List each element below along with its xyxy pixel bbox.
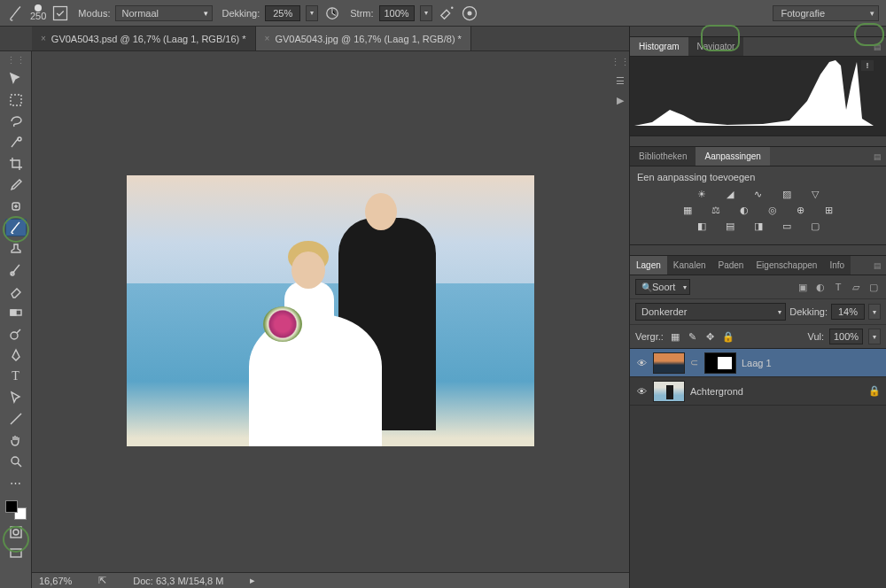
type-tool[interactable]: T — [5, 368, 27, 385]
tab-channels[interactable]: Kanalen — [667, 256, 712, 275]
shape-filter-icon[interactable]: ▱ — [849, 280, 863, 294]
tab-jpg[interactable]: × GV0A5043.jpg @ 16,7% (Laag 1, RGB/8) * — [256, 27, 471, 50]
dodge-tool[interactable] — [5, 325, 27, 343]
fill-dropdown[interactable]: ▾ — [868, 329, 881, 344]
gradient-tool[interactable] — [5, 304, 27, 321]
brush-size-picker[interactable]: 250 — [30, 4, 46, 21]
tab-histogram[interactable]: Histogram — [630, 37, 688, 56]
tab-layers[interactable]: Lagen — [630, 256, 667, 275]
colorbalance-icon[interactable]: ⚖ — [708, 204, 724, 216]
mask-thumb[interactable] — [704, 352, 736, 374]
colorlookup-icon[interactable]: ⊞ — [821, 204, 837, 216]
pressure-size-icon[interactable] — [461, 4, 478, 22]
type-filter-icon[interactable]: T — [831, 280, 845, 294]
channelmixer-icon[interactable]: ⊕ — [793, 204, 809, 216]
blend-mode-select[interactable]: Normaal — [115, 5, 213, 21]
history-brush-tool[interactable] — [5, 261, 27, 279]
opacity-input[interactable]: 25% — [265, 5, 300, 21]
brush-presets-icon[interactable] — [7, 4, 25, 22]
kind-filter[interactable]: 🔍 Soort — [635, 279, 690, 295]
eyedropper-tool[interactable] — [5, 176, 27, 194]
airbrush-icon[interactable] — [438, 4, 455, 22]
lasso-tool[interactable] — [5, 112, 27, 130]
workspace-select[interactable]: Fotografie — [773, 5, 879, 21]
doc-info-dropdown[interactable]: ▸ — [250, 575, 255, 586]
dock-handle[interactable]: ⋮⋮ — [615, 57, 626, 68]
visibility-icon[interactable]: 👁 — [635, 358, 648, 368]
screenmode-tool[interactable] — [5, 545, 27, 562]
lock-position-icon[interactable]: ✥ — [704, 330, 717, 343]
move-tool[interactable] — [5, 70, 27, 88]
visibility-icon[interactable]: 👁 — [635, 386, 648, 397]
layer-opacity-input[interactable]: 14% — [831, 304, 865, 320]
toolbox-handle[interactable]: ⋮⋮ — [11, 55, 21, 66]
doc-info[interactable]: Doc: 63,3 M/154,8 M — [133, 576, 223, 586]
pixel-filter-icon[interactable]: ▣ — [796, 280, 810, 294]
hue-icon[interactable]: ▦ — [680, 204, 696, 216]
selectivecolor-icon[interactable]: ▢ — [807, 220, 823, 232]
layer-name[interactable]: Laag 1 — [742, 358, 772, 368]
share-icon[interactable]: ⇱ — [98, 575, 106, 586]
marquee-tool[interactable] — [5, 91, 27, 109]
layer-thumb[interactable] — [653, 352, 685, 374]
brush-tool[interactable] — [5, 219, 27, 236]
invert-icon[interactable]: ◧ — [694, 220, 710, 232]
exposure-icon[interactable]: ▨ — [779, 188, 795, 200]
smart-filter-icon[interactable]: ▢ — [867, 280, 881, 294]
tab-navigator[interactable]: Navigator — [688, 37, 744, 56]
history-panel-icon[interactable]: ☰ — [613, 74, 627, 88]
bw-icon[interactable]: ◐ — [736, 204, 752, 216]
layer-thumb[interactable] — [653, 381, 685, 402]
crop-tool[interactable] — [5, 155, 27, 173]
layer-row[interactable]: 👁 ⊂ Laag 1 — [630, 349, 886, 377]
close-icon[interactable]: × — [41, 34, 46, 43]
healing-tool[interactable] — [5, 197, 27, 215]
lock-all-icon[interactable]: 🔒 — [722, 330, 734, 343]
adjust-filter-icon[interactable]: ◐ — [813, 280, 828, 294]
fill-input[interactable]: 100% — [829, 329, 863, 344]
opacity-dropdown[interactable]: ▾ — [868, 304, 881, 320]
foreground-color[interactable] — [5, 500, 18, 513]
tab-adjustments[interactable]: Aanpassingen — [696, 147, 769, 166]
flow-dropdown[interactable]: ▾ — [420, 5, 432, 21]
layer-name[interactable]: Achtergrond — [690, 386, 743, 397]
edit-toolbar[interactable]: ⋯ — [5, 474, 27, 491]
actions-panel-icon[interactable]: ▶ — [613, 93, 627, 107]
hand-tool[interactable] — [5, 431, 27, 449]
posterize-icon[interactable]: ▤ — [722, 220, 738, 232]
quickmask-tool[interactable] — [5, 523, 27, 541]
close-icon[interactable]: × — [265, 34, 270, 43]
color-swatch[interactable] — [5, 500, 27, 520]
panel-menu-icon[interactable]: ▤ — [868, 37, 886, 56]
zoom-level[interactable]: 16,67% — [39, 576, 72, 586]
stamp-tool[interactable] — [5, 240, 27, 258]
threshold-icon[interactable]: ◨ — [750, 220, 766, 232]
tab-libraries[interactable]: Bibliotheken — [630, 147, 696, 166]
gradientmap-icon[interactable]: ▭ — [779, 220, 795, 232]
opacity-dropdown[interactable]: ▾ — [306, 5, 318, 21]
lock-pixels-icon[interactable]: ✎ — [687, 330, 699, 343]
vibrance-icon[interactable]: ▽ — [807, 188, 823, 200]
lock-transparent-icon[interactable]: ▦ — [669, 330, 681, 343]
eraser-tool[interactable] — [5, 282, 27, 300]
pressure-opacity-icon[interactable] — [323, 4, 341, 22]
brush-panel-icon[interactable] — [51, 4, 69, 22]
canvas-area[interactable] — [32, 51, 629, 572]
warning-icon[interactable]: ! — [861, 60, 874, 71]
layer-row[interactable]: 👁 Achtergrond 🔒 — [630, 377, 886, 406]
photofilter-icon[interactable]: ◎ — [765, 204, 781, 216]
curves-icon[interactable]: ∿ — [750, 188, 766, 200]
brightness-icon[interactable]: ☀ — [694, 188, 710, 200]
tab-paths[interactable]: Paden — [712, 256, 750, 275]
quick-select-tool[interactable] — [5, 134, 27, 151]
shape-tool[interactable] — [5, 410, 27, 428]
pen-tool[interactable] — [5, 346, 27, 364]
tab-psd[interactable]: × GV0A5043.psd @ 16,7% (Laag 1, RGB/16) … — [32, 27, 256, 50]
tab-info[interactable]: Info — [823, 256, 851, 275]
document-canvas[interactable] — [127, 175, 534, 446]
flow-input[interactable]: 100% — [379, 5, 415, 21]
levels-icon[interactable]: ◢ — [722, 188, 738, 200]
layer-blend-select[interactable]: Donkerder — [635, 303, 786, 321]
panel-menu-icon[interactable]: ▤ — [868, 147, 886, 166]
panel-menu-icon[interactable]: ▤ — [868, 256, 886, 275]
